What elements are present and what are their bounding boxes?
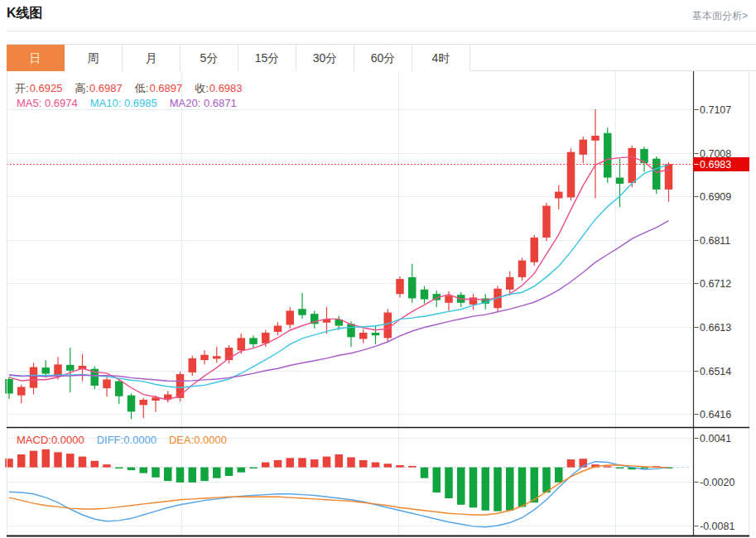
high-value: 0.6987	[89, 82, 123, 94]
macd-legend: MACD:0.0000 DIFF:0.0000 DEA:0.0000	[17, 434, 227, 446]
macd-readout: MACD:0.0000	[17, 434, 84, 446]
diff-line	[9, 462, 669, 527]
ohlc-high: 高:0.6987	[75, 81, 122, 96]
ohlc-low: 低:0.6897	[135, 81, 182, 96]
svg-text:0.6416: 0.6416	[700, 409, 731, 420]
dea-line	[9, 465, 669, 515]
diff-readout: DIFF:0.0000	[97, 434, 156, 446]
ma10-line	[9, 165, 669, 388]
open-value: 0.6925	[30, 82, 63, 94]
ma10-readout: MA10: 0.6985	[90, 97, 157, 109]
ma5-readout: MA5: 0.6974	[17, 97, 78, 109]
dea-readout: DEA:0.0000	[169, 434, 227, 446]
svg-text:0.6712: 0.6712	[700, 278, 731, 290]
open-label: 开:	[15, 82, 29, 94]
svg-text:0.6514: 0.6514	[700, 366, 731, 377]
svg-text:0.7107: 0.7107	[700, 104, 731, 116]
svg-text:0.6811: 0.6811	[700, 235, 730, 247]
svg-text:0.6909: 0.6909	[700, 191, 731, 203]
low-label: 低:	[135, 82, 149, 94]
macd-histogram	[5, 449, 672, 512]
ma20-line	[9, 221, 669, 382]
close-value: 0.6983	[209, 82, 243, 94]
ma-legend: MA5: 0.6974 MA10: 0.6985 MA20: 0.6871	[17, 97, 237, 109]
svg-text:0.6983: 0.6983	[700, 159, 731, 171]
ma20-readout: MA20: 0.6871	[170, 97, 237, 109]
svg-text:-0.0020: -0.0020	[700, 477, 734, 488]
low-value: 0.6897	[149, 82, 182, 94]
ohlc-close: 收:0.6983	[195, 81, 242, 96]
svg-text:0.0041: 0.0041	[700, 433, 731, 444]
svg-text:-0.0081: -0.0081	[700, 521, 734, 532]
close-label: 收:	[195, 82, 209, 94]
last-price-tag: 0.6983	[693, 157, 749, 171]
high-label: 高:	[75, 82, 89, 94]
ohlc-legend: 开:0.6925 高:0.6987 低:0.6897 收:0.6983	[15, 81, 243, 96]
ohlc-open: 开:0.6925	[15, 81, 62, 96]
svg-text:0.6613: 0.6613	[700, 322, 731, 334]
